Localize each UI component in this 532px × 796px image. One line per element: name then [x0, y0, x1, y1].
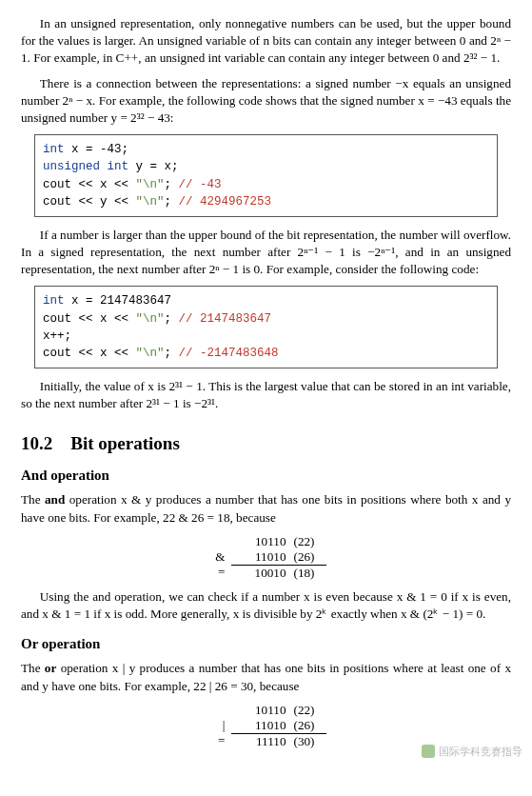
- dec-cell: (30): [294, 733, 326, 749]
- dec-cell: (18): [294, 565, 326, 581]
- bold-text: or: [45, 661, 56, 675]
- table-row: 10110 (22): [207, 703, 326, 718]
- bin-cell: 11110: [231, 733, 294, 749]
- table-row: = 10010 (18): [207, 565, 326, 581]
- and-paragraph: The and operation x & y produces a numbe…: [21, 491, 511, 526]
- code-string: "\n": [136, 312, 165, 326]
- or-paragraph: The or operation x | y produces a number…: [21, 660, 511, 694]
- bin-cell: 10010: [231, 565, 294, 581]
- bin-cell: 11010: [231, 718, 294, 733]
- watermark: 国际学科竞赛指导: [422, 745, 522, 759]
- code-comment: // 4294967253: [179, 195, 272, 209]
- text: operation x | y produces a number that h…: [21, 661, 511, 692]
- op-cell: [207, 703, 231, 718]
- code-text: cout << y <<: [43, 195, 136, 209]
- section-heading: 10.2 Bit operations: [21, 433, 511, 454]
- op-cell: =: [207, 565, 231, 581]
- dec-cell: (26): [294, 549, 326, 565]
- and-heading: And operation: [21, 468, 511, 484]
- code-text: x = 2147483647: [65, 294, 172, 308]
- text: The: [21, 661, 45, 675]
- paragraph-connection: There is a connection between the repres…: [21, 75, 511, 128]
- table-row: | 11010 (26): [207, 718, 326, 733]
- code-text: ;: [165, 178, 179, 191]
- code-text: x = -43;: [65, 143, 129, 156]
- code-string: "\n": [136, 195, 165, 209]
- code-text: ;: [165, 347, 179, 360]
- code-text: cout << x <<: [43, 312, 136, 326]
- op-cell: [207, 534, 231, 549]
- table-row: & 11010 (26): [207, 549, 326, 565]
- code-comment: // -2147483648: [179, 347, 279, 360]
- code-keyword: int: [43, 294, 65, 308]
- paragraph-overflow: If a number is larger than the upper bou…: [21, 227, 511, 279]
- paragraph-unsigned: In an unsigned representation, only nonn…: [21, 15, 511, 68]
- bin-cell: 10110: [231, 534, 294, 549]
- code-text: y = x;: [128, 160, 179, 173]
- code-block-2: int x = 2147483647 cout << x << "\n"; //…: [34, 286, 498, 368]
- code-keyword: unsigned int: [43, 160, 128, 173]
- text: The: [21, 492, 45, 507]
- code-text: ;: [165, 195, 179, 209]
- paragraph-initially: Initially, the value of x is 2³¹ − 1. Th…: [21, 378, 511, 412]
- wechat-icon: [422, 745, 435, 758]
- op-cell: |: [207, 718, 231, 733]
- dec-cell: (22): [294, 703, 326, 718]
- code-block-1: int x = -43; unsigned int y = x; cout <<…: [34, 134, 498, 217]
- code-comment: // -43: [179, 178, 222, 191]
- code-text: cout << x <<: [43, 178, 136, 191]
- table-row: 10110 (22): [207, 534, 326, 549]
- code-comment: // 2147483647: [179, 312, 272, 326]
- op-cell: &: [207, 549, 231, 565]
- op-cell: =: [207, 733, 231, 749]
- code-text: cout << x <<: [43, 347, 136, 360]
- code-string: "\n": [136, 347, 165, 360]
- or-math-table: 10110 (22) | 11010 (26) = 11110 (30): [207, 703, 326, 749]
- and-paragraph-2: Using the and operation, we can check if…: [21, 588, 511, 623]
- and-math-table: 10110 (22) & 11010 (26) = 10010 (18): [207, 534, 326, 581]
- watermark-text: 国际学科竞赛指导: [439, 745, 522, 759]
- code-string: "\n": [136, 178, 165, 191]
- bin-cell: 10110: [231, 703, 294, 718]
- bold-text: and: [45, 492, 65, 507]
- bin-cell: 11010: [231, 549, 294, 565]
- or-heading: Or operation: [21, 636, 511, 652]
- table-row: = 11110 (30): [207, 733, 326, 749]
- code-text: x++;: [43, 329, 71, 343]
- dec-cell: (22): [294, 534, 326, 549]
- text: operation x & y produces a number that h…: [21, 492, 511, 524]
- code-keyword: int: [43, 143, 65, 156]
- code-text: ;: [165, 312, 179, 326]
- dec-cell: (26): [294, 718, 326, 733]
